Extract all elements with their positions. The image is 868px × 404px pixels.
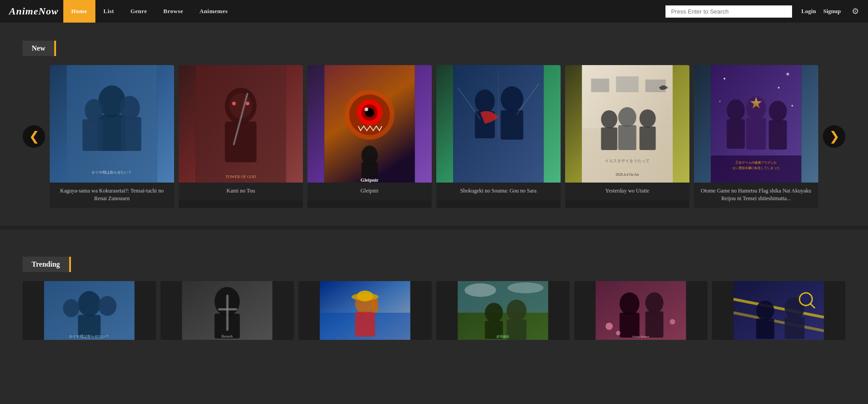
svg-point-74: [98, 296, 116, 316]
signup-link[interactable]: Signup: [823, 8, 841, 15]
svg-point-63: [769, 101, 787, 122]
new-section-header: New: [23, 41, 845, 56]
svg-rect-7: [121, 117, 141, 151]
svg-point-96: [485, 303, 503, 323]
new-card-4-title: Shokugeki no Souma: Gou no Sara: [436, 183, 561, 200]
svg-rect-106: [645, 311, 663, 338]
svg-text:Fruits Basket: Fruits Basket: [632, 335, 649, 338]
new-card-2-img: TOWER OF GOD: [179, 65, 303, 183]
nav-list[interactable]: List: [95, 0, 123, 23]
new-card-1-img: かぐや様は告らせたい？: [50, 65, 174, 183]
svg-point-4: [85, 99, 103, 122]
svg-point-58: [791, 105, 793, 107]
svg-point-31: [475, 89, 495, 113]
new-card-4-img: [436, 65, 561, 183]
prev-arrow[interactable]: ❮: [23, 125, 45, 148]
svg-rect-102: [595, 281, 686, 340]
svg-point-54: [723, 78, 725, 80]
trending-card-6[interactable]: [712, 281, 845, 340]
navbar: AnimeNow Home List Genre Browse Animemes…: [0, 0, 868, 23]
svg-point-109: [616, 331, 620, 335]
svg-rect-6: [82, 119, 103, 151]
new-card-2[interactable]: TOWER OF GOD Kami no Tou: [179, 65, 303, 208]
new-card-6[interactable]: 乙女ゲームの破滅フラグしか ない悪役令嬢に転生してしまった Otome Game…: [694, 65, 818, 208]
svg-point-89: [357, 291, 373, 301]
svg-point-55: [786, 73, 789, 75]
svg-rect-62: [746, 118, 766, 150]
trending-card-3[interactable]: [298, 281, 432, 340]
nav-genre[interactable]: Genre: [122, 0, 155, 23]
svg-text:かぐや様は告らせたい？: かぐや様は告らせたい？: [92, 170, 132, 174]
nav-links: Home List Genre Browse Animemes: [63, 0, 236, 23]
trending-card-4[interactable]: 超電磁砲: [436, 281, 570, 340]
trending-card-1[interactable]: かぐや様は告らせたい？: [23, 281, 156, 340]
new-card-1-title: Kaguya-sama wa Kokurasetai?: Tensai-tach…: [50, 183, 174, 208]
new-card-6-title: Otome Game no Hametsu Flag shika Nai Aku…: [694, 183, 818, 208]
new-card-5-img: 2020.4.4 On Air イエスタデイをうたって: [565, 65, 689, 183]
login-link[interactable]: Login: [801, 8, 816, 15]
svg-rect-116: [756, 319, 774, 339]
trending-card-5[interactable]: Fruits Basket: [574, 281, 708, 340]
svg-point-14: [232, 102, 236, 105]
svg-rect-42: [616, 76, 638, 92]
svg-text:TOWER OF GOD: TOWER OF GOD: [226, 174, 256, 179]
svg-rect-80: [226, 295, 228, 331]
svg-point-33: [500, 86, 523, 112]
trending-card-2[interactable]: Berserk: [160, 281, 294, 340]
svg-point-57: [719, 101, 721, 102]
svg-rect-99: [506, 319, 526, 340]
svg-rect-87: [355, 312, 375, 337]
svg-point-71: [78, 291, 100, 316]
new-card-1[interactable]: かぐや様は告らせたい？ Kaguya-sama wa Kokurasetai?:…: [50, 65, 174, 208]
nav-home[interactable]: Home: [63, 0, 95, 23]
site-logo[interactable]: AnimeNow: [9, 5, 59, 17]
svg-rect-49: [639, 127, 656, 150]
svg-rect-12: [225, 122, 256, 162]
new-card-6-img: 乙女ゲームの破滅フラグしか ない悪役令嬢に転生してしまった: [694, 65, 818, 183]
svg-point-94: [464, 283, 496, 297]
nav-auth: Login Signup ⚙: [801, 6, 859, 16]
new-card-3-img: Gleipnir: [307, 65, 432, 183]
new-card-5[interactable]: 2020.4.4 On Air イエスタデイをうたって Yesterday wo…: [565, 65, 689, 208]
new-card-4[interactable]: Shokugeki no Souma: Gou no Sara: [436, 65, 561, 208]
svg-point-48: [639, 109, 656, 127]
svg-point-13: [229, 93, 252, 118]
svg-text:ない悪役令嬢に転生してしまった: ない悪役令嬢に転生してしまった: [732, 166, 780, 170]
new-card-2-title: Kami no Tou: [179, 183, 303, 200]
new-carousel: ❮: [23, 65, 845, 208]
svg-point-103: [619, 292, 639, 315]
svg-rect-45: [601, 127, 617, 150]
svg-rect-27: [361, 162, 377, 178]
nav-animemes[interactable]: Animemes: [191, 0, 236, 23]
new-card-3-title: Gleipnir: [307, 183, 432, 200]
nav-browse[interactable]: Browse: [155, 0, 191, 23]
new-card-3[interactable]: Gleipnir Gleipnir: [307, 65, 432, 208]
svg-point-117: [784, 297, 804, 319]
trending-section-header: Trending: [23, 257, 845, 272]
svg-point-73: [63, 299, 79, 317]
search-input[interactable]: [665, 5, 792, 18]
new-section-title: New: [23, 41, 56, 56]
next-arrow[interactable]: ❯: [823, 125, 845, 148]
svg-text:超電磁砲: 超電磁砲: [496, 335, 509, 338]
svg-point-98: [506, 300, 526, 321]
new-cards-row: かぐや様は告らせたい？ Kaguya-sama wa Kokurasetai?:…: [50, 65, 818, 208]
svg-text:2020.4.4 On Air: 2020.4.4 On Air: [615, 173, 639, 177]
svg-text:乙女ゲームの破滅フラグしか: 乙女ゲームの破滅フラグしか: [736, 161, 777, 164]
svg-point-59: [726, 99, 745, 121]
svg-point-107: [605, 323, 613, 330]
trending-section-title: Trending: [23, 257, 71, 272]
main-content: New ❮: [0, 23, 868, 217]
svg-point-15: [245, 102, 249, 105]
svg-rect-34: [500, 110, 523, 140]
svg-text:イエスタデイをうたって: イエスタデイをうたって: [605, 159, 650, 163]
svg-point-44: [601, 110, 617, 128]
svg-point-46: [618, 107, 636, 127]
settings-icon[interactable]: ⚙: [852, 6, 859, 16]
trending-content: Trending かぐや様は告らせたい？: [0, 239, 868, 349]
svg-rect-41: [591, 79, 609, 92]
svg-rect-64: [769, 120, 787, 150]
section-divider: [0, 226, 868, 230]
svg-point-56: [778, 87, 779, 89]
svg-text:かぐや様は告らせたい？: かぐや様は告らせたい？: [69, 334, 109, 338]
